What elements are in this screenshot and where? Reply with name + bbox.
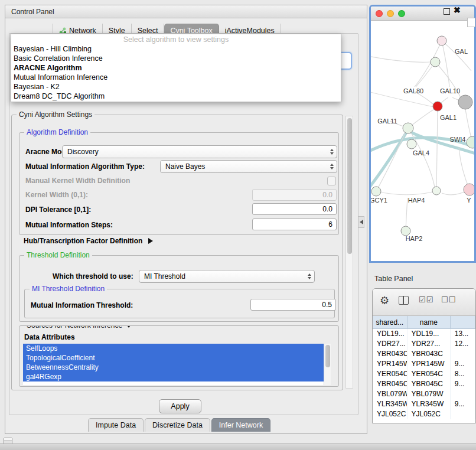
control-panel-title: Control Panel: [11, 8, 54, 16]
settings-scrollbar[interactable]: [345, 116, 353, 389]
network-edge[interactable]: [442, 41, 471, 71]
mi-threshold-definition-group: MI Threshold Definition Mutual Informati…: [24, 289, 335, 318]
dropdown-item-bayesian-hill-climbing[interactable]: Bayesian - Hill Climbing: [11, 44, 341, 54]
mi-type-value: Naive Bayes: [165, 162, 205, 171]
attribute-item-gal4rgexp[interactable]: gal4RGexp: [23, 372, 324, 381]
table-row[interactable]: YPR145WYPR145W9...: [373, 359, 475, 369]
network-edge[interactable]: [436, 110, 438, 191]
table-row[interactable]: YJL052CYJL052C: [373, 409, 475, 419]
attribute-item-betweennesscentrality[interactable]: BetweennessCentrality: [23, 363, 324, 372]
table-cell: YDL19...: [373, 329, 407, 339]
network-node[interactable]: [437, 36, 446, 45]
aracne-mode-combobox[interactable]: Discovery: [62, 145, 337, 158]
attribute-item-selfloops[interactable]: SelfLoops: [23, 344, 324, 353]
table-cell: [451, 349, 475, 359]
network-node[interactable]: [433, 102, 442, 111]
cyni-algorithm-settings-group: Cyni Algorithm Settings Algorithm Defini…: [11, 115, 343, 390]
network-node[interactable]: [431, 57, 440, 67]
minimize-traffic-light[interactable]: [387, 10, 394, 17]
table-row[interactable]: YBR045CYBR045C9...: [373, 379, 475, 389]
column-header-shared-[interactable]: shared...: [373, 316, 407, 328]
panel-splitter-handle[interactable]: [358, 216, 364, 228]
dpi-tolerance-field[interactable]: [252, 203, 337, 215]
node-label: GAL10: [440, 87, 460, 94]
manual-kernel-checkbox[interactable]: [327, 177, 336, 185]
apply-button[interactable]: Apply: [159, 399, 201, 413]
control-panel-titlebar[interactable]: Control Panel: [5, 5, 367, 18]
network-edge[interactable]: [465, 109, 471, 138]
tab-infer-network[interactable]: Infer Network: [211, 418, 270, 432]
network-canvas-area[interactable]: GAL80GAL10GAL11GAL1SWI4GAL4GCY1HAP4YHAP2…: [371, 21, 474, 263]
table-cell: YLR345W: [373, 399, 407, 409]
attributes-scrollbar[interactable]: [324, 344, 331, 385]
network-node[interactable]: [432, 187, 441, 195]
float-window-button[interactable]: [444, 8, 450, 15]
aracne-mode-value: Discovery: [67, 148, 99, 156]
table-row[interactable]: YLR345WYLR345W9...: [373, 399, 475, 409]
dropdown-placeholder[interactable]: Select algorithm to view settings: [11, 35, 341, 44]
mi-type-combobox[interactable]: Naive Bayes: [160, 160, 337, 173]
close-traffic-light[interactable]: [376, 10, 383, 17]
sources-title: Sources for Network Inference: [27, 325, 122, 330]
data-attributes-label: Data Attributes: [24, 333, 75, 341]
data-attributes-list: SelfLoopsTopologicalCoefficientBetweenne…: [23, 344, 331, 385]
zoom-traffic-light[interactable]: [398, 10, 405, 17]
network-edge[interactable]: [371, 56, 431, 62]
which-threshold-label: Which threshold to use:: [53, 272, 133, 281]
mi-threshold-field[interactable]: [250, 299, 336, 311]
mi-steps-field[interactable]: [252, 219, 337, 230]
network-node[interactable]: [401, 226, 410, 236]
tab-discretize-data[interactable]: Discretize Data: [145, 418, 210, 432]
network-node[interactable]: [407, 139, 416, 149]
tab-impute-data[interactable]: Impute Data: [88, 418, 144, 432]
mi-threshold-label: Mutual Information Threshold:: [31, 301, 133, 309]
collapse-arrow-icon: [126, 325, 132, 328]
select-all-icon[interactable]: ☑☑: [419, 295, 433, 304]
table-row[interactable]: YBR043CYBR043C: [373, 349, 475, 359]
scrollbar-thumb[interactable]: [325, 345, 330, 367]
table-row[interactable]: YDR27...YDR27...12...: [373, 339, 475, 349]
scrollbar-thumb[interactable]: [347, 118, 352, 254]
table-cell: YBR045C: [407, 379, 451, 389]
node-label: HAP4: [408, 197, 425, 204]
dpi-tolerance-label: DPI Tolerance [0,1]:: [25, 206, 91, 214]
network-edge[interactable]: [371, 92, 433, 107]
network-edge[interactable]: [459, 148, 470, 190]
network-node[interactable]: [467, 136, 476, 148]
dropdown-item-dream8-dc-tdc-algorithm[interactable]: Dream8 DC_TDC Algorithm: [11, 92, 341, 101]
table-cell: YER054C: [373, 369, 407, 379]
table-cell: YER054C: [407, 369, 451, 379]
close-panel-button[interactable]: ✖: [454, 5, 461, 15]
attribute-item-topologicalcoefficient[interactable]: TopologicalCoefficient: [23, 353, 324, 363]
columns-icon[interactable]: [399, 296, 409, 305]
network-node[interactable]: [464, 184, 475, 195]
network-node[interactable]: [371, 187, 381, 196]
kernel-width-field[interactable]: [252, 189, 337, 201]
dropdown-item-aracne-algorithm[interactable]: ARACNE Algorithm: [11, 63, 341, 73]
which-threshold-combobox[interactable]: MI Threshold: [139, 270, 315, 283]
table-row[interactable]: YBL079WYBL079W: [373, 389, 475, 399]
table-cell: 9...: [451, 399, 475, 409]
settings-group-title: Cyni Algorithm Settings: [17, 110, 94, 119]
table-cell: 12...: [451, 339, 475, 349]
deselect-all-icon[interactable]: ☐☐: [441, 295, 456, 304]
network-edge[interactable]: [376, 191, 432, 195]
view-scroll-corner[interactable]: [467, 18, 475, 27]
dropdown-item-basic-correlation-inference[interactable]: Basic Correlation Inference: [11, 54, 341, 63]
table-cell: 9...: [451, 359, 475, 369]
hub-definition-expander[interactable]: Hub/Transcription Factor Definition: [24, 237, 153, 245]
dropdown-item-bayesian-k2[interactable]: Bayesian - K2: [11, 82, 341, 92]
sources-title-row[interactable]: Sources for Network Inference: [24, 325, 134, 330]
table-cell: YDR27...: [407, 339, 451, 349]
table-cell: 9...: [451, 379, 475, 389]
table-row[interactable]: YER054CYER054C8...: [373, 369, 475, 379]
gear-icon[interactable]: ⚙: [380, 294, 389, 307]
network-edge[interactable]: [442, 41, 449, 87]
dropdown-item-mutual-information-inference[interactable]: Mutual Information Inference: [11, 73, 341, 82]
table-cell: YJL052C: [373, 409, 407, 419]
network-node[interactable]: [458, 95, 472, 109]
column-header-2[interactable]: [451, 316, 475, 328]
network-node[interactable]: [403, 123, 413, 133]
table-row[interactable]: YDL19...YDL19...13...: [373, 329, 475, 339]
column-header-name[interactable]: name: [407, 316, 451, 328]
